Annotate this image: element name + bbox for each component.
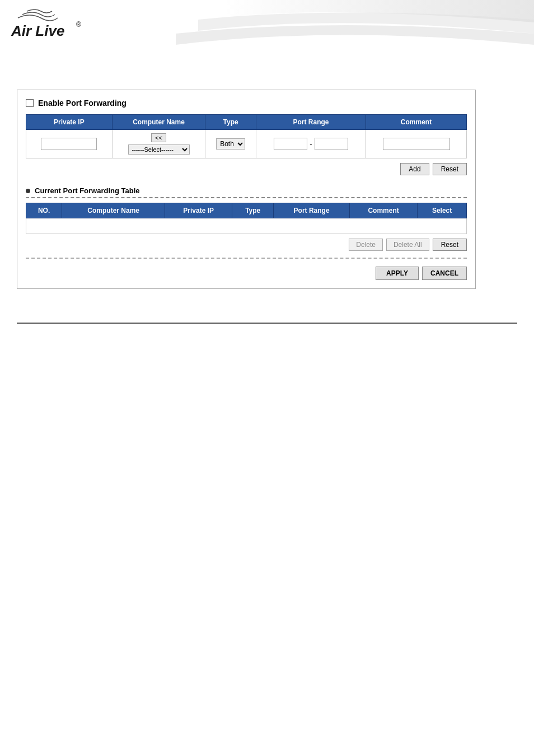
add-button[interactable]: Add [400, 163, 429, 175]
ct-header-select: Select [418, 203, 467, 218]
enable-label: Enable Port Forwarding [38, 99, 127, 108]
bottom-separator [17, 323, 517, 324]
type-select[interactable]: Both TCP UDP [216, 138, 245, 150]
header-swoosh [142, 0, 534, 67]
current-table-label: Current Port Forwarding Table [35, 186, 140, 195]
ct-header-computer-name: Computer Name [62, 203, 165, 218]
current-table-title: Current Port Forwarding Table [26, 186, 467, 198]
computer-name-select[interactable]: ------Select------ [128, 144, 190, 155]
header-port-range: Port Range [256, 115, 366, 130]
header-private-ip: Private IP [26, 115, 113, 130]
svg-text:Air Live: Air Live [11, 22, 64, 39]
svg-text:®: ® [76, 21, 81, 29]
delete-all-button[interactable]: Delete All [386, 239, 429, 251]
current-table: NO. Computer Name Private IP Type Port R… [26, 203, 467, 234]
port-forwarding-container: Enable Port Forwarding Private IP Comput… [17, 90, 476, 289]
input-table: Private IP Computer Name Type Port Range… [26, 114, 467, 158]
header-computer-name: Computer Name [112, 115, 205, 130]
ct-header-no: NO. [26, 203, 62, 218]
port-range-separator: - [310, 140, 312, 148]
header: Air Live ® [0, 0, 534, 67]
airlive-logo-svg: Air Live ® [10, 7, 91, 45]
table-row-empty [26, 218, 467, 234]
private-ip-input[interactable] [41, 138, 97, 150]
add-reset-row: Add Reset [26, 163, 467, 175]
reset-button[interactable]: Reset [433, 163, 467, 175]
comment-input[interactable] [383, 138, 450, 150]
enable-row: Enable Port Forwarding [26, 99, 467, 108]
port-range-from-input[interactable] [274, 138, 307, 150]
delete-button[interactable]: Delete [349, 239, 383, 251]
header-type: Type [205, 115, 256, 130]
ct-header-port-range: Port Range [274, 203, 350, 218]
header-comment: Comment [366, 115, 467, 130]
table-actions-row: Delete Delete All Reset [26, 239, 467, 251]
computer-name-cell: << ------Select------ [112, 130, 205, 158]
ct-header-comment: Comment [349, 203, 417, 218]
apply-cancel-row: APPLY CANCEL [26, 263, 467, 280]
port-range-cell: - [256, 130, 366, 158]
private-ip-cell [26, 130, 113, 158]
bullet-icon [26, 189, 30, 193]
logo: Air Live ® [10, 7, 91, 46]
table-reset-button[interactable]: Reset [433, 239, 467, 251]
cc-button[interactable]: << [151, 133, 166, 142]
ct-header-private-ip: Private IP [165, 203, 232, 218]
port-range-to-input[interactable] [315, 138, 348, 150]
type-cell: Both TCP UDP [205, 130, 256, 158]
ct-header-type: Type [232, 203, 274, 218]
apply-button[interactable]: APPLY [376, 267, 419, 280]
main-content: Enable Port Forwarding Private IP Comput… [0, 67, 534, 300]
cancel-button[interactable]: CANCEL [422, 267, 467, 280]
comment-cell [366, 130, 467, 158]
dashed-separator [26, 258, 467, 259]
enable-checkbox[interactable] [26, 99, 34, 107]
